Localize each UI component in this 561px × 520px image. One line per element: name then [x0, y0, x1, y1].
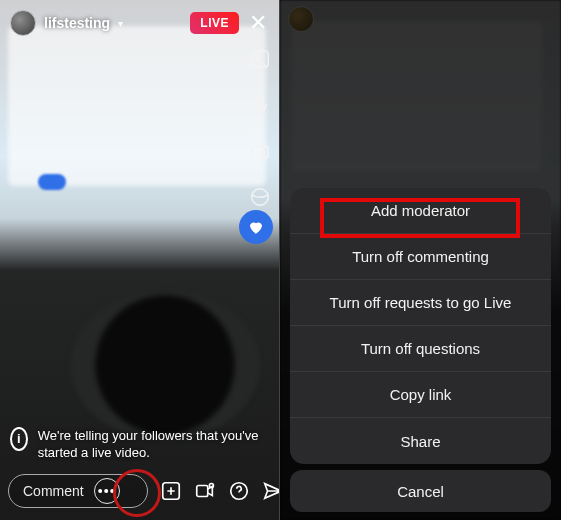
live-broadcast-screen: lifstesting ▾ LIVE ✕ i We're telling you… [0, 0, 280, 520]
comment-input[interactable]: Comment ••• [8, 474, 148, 508]
camera-flip-icon[interactable] [247, 138, 273, 164]
svg-rect-3 [252, 146, 269, 158]
sheet-share[interactable]: Share [290, 418, 551, 464]
add-media-icon[interactable] [160, 479, 182, 503]
cancel-label: Cancel [397, 483, 444, 500]
info-icon: i [10, 427, 28, 451]
send-icon[interactable] [262, 479, 280, 503]
live-topbar: lifstesting ▾ LIVE ✕ [0, 6, 279, 40]
comment-placeholder: Comment [23, 483, 84, 499]
sheet-item-label: Add moderator [371, 202, 470, 219]
reaction-heart-icon[interactable] [239, 210, 273, 244]
sheet-item-label: Turn off requests to go Live [330, 294, 512, 311]
svg-rect-2 [257, 97, 263, 107]
sheet-item-label: Share [400, 433, 440, 450]
notice-text: We're telling your followers that you've… [38, 427, 269, 462]
live-tools-rail [247, 46, 273, 210]
sheet-turn-off-questions[interactable]: Turn off questions [290, 326, 551, 372]
effects-icon[interactable] [247, 184, 273, 210]
sheet-cancel-button[interactable]: Cancel [290, 470, 551, 512]
live-options-sheet-screen: Add moderator Turn off commenting Turn o… [280, 0, 561, 520]
action-sheet: Add moderator Turn off commenting Turn o… [290, 188, 551, 464]
svg-point-7 [209, 483, 213, 487]
close-icon[interactable]: ✕ [247, 10, 269, 36]
sheet-add-moderator[interactable]: Add moderator [290, 188, 551, 234]
sheet-turn-off-commenting[interactable]: Turn off commenting [290, 234, 551, 280]
username-label[interactable]: lifstesting [44, 15, 110, 31]
svg-rect-6 [197, 486, 208, 497]
sheet-item-label: Turn off questions [361, 340, 480, 357]
live-badge: LIVE [190, 12, 239, 34]
sheet-item-label: Turn off commenting [352, 248, 489, 265]
broadcast-notice: i We're telling your followers that you'… [10, 427, 269, 462]
microphone-icon[interactable] [247, 92, 273, 118]
live-bottombar: Comment ••• [8, 472, 271, 510]
chevron-down-icon[interactable]: ▾ [118, 18, 123, 29]
media-icon[interactable] [247, 46, 273, 72]
svg-point-1 [255, 54, 259, 58]
avatar[interactable] [10, 10, 36, 36]
sheet-item-label: Copy link [390, 386, 452, 403]
questions-icon[interactable] [228, 479, 250, 503]
sheet-turn-off-requests[interactable]: Turn off requests to go Live [290, 280, 551, 326]
sheet-copy-link[interactable]: Copy link [290, 372, 551, 418]
more-options-button[interactable]: ••• [94, 478, 120, 504]
invite-guest-icon[interactable] [194, 479, 216, 503]
